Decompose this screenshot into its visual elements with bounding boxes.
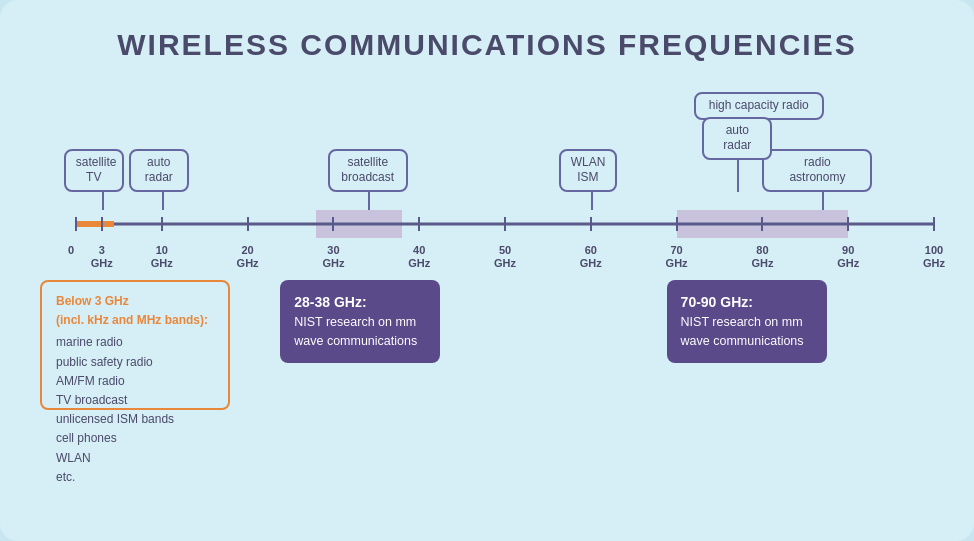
connector-satellite-tv [102, 192, 104, 210]
tick-80 [761, 217, 763, 231]
label-70ghz: 70GHz [666, 244, 688, 270]
tick-0 [75, 217, 77, 231]
bubble-satellite-broadcast: satellitebroadcast [328, 149, 408, 192]
info-box-below3ghz: Below 3 GHz(incl. kHz and MHz bands): ma… [40, 280, 230, 410]
band28-title: 28-38 GHz: [294, 292, 426, 313]
band70-title: 70-90 GHz: [681, 292, 813, 313]
tick-3 [101, 217, 103, 231]
connector-wlan-ism [591, 192, 593, 210]
axis-row [40, 210, 934, 238]
ghz-labels-row: 0 3GHz 10GHz 20GHz 30GHz 40GHz 50GHz 60G… [40, 240, 934, 274]
chart-area: satelliteTV autoradar satellitebroadcast… [40, 90, 934, 410]
label-3ghz: 3GHz [91, 244, 113, 270]
band70-desc: NIST research on mm wave communications [681, 313, 813, 351]
info-box-28-38ghz: 28-38 GHz: NIST research on mm wave comm… [280, 280, 440, 363]
bubble-radio-astronomy: radio astronomy [762, 149, 872, 192]
connector-radio-astronomy [822, 192, 824, 210]
tick-20 [247, 217, 249, 231]
connector-auto-radar-10 [162, 192, 164, 210]
page-title: WIRELESS COMMUNICATIONS FREQUENCIES [40, 28, 934, 62]
bubble-satellite-tv: satelliteTV [64, 149, 124, 192]
label-50ghz: 50GHz [494, 244, 516, 270]
connector-satellite-broadcast [368, 192, 370, 210]
label-40ghz: 40GHz [408, 244, 430, 270]
tick-70 [676, 217, 678, 231]
label-100ghz: 100GHz [923, 244, 945, 270]
bubble-auto-radar-80: auto radar [702, 117, 772, 160]
label-60ghz: 60GHz [580, 244, 602, 270]
info-box-70-90ghz: 70-90 GHz: NIST research on mm wave comm… [667, 280, 827, 363]
label-80ghz: 80GHz [751, 244, 773, 270]
below3-items: marine radio public safety radio AM/FM r… [56, 333, 214, 487]
info-boxes-row: Below 3 GHz(incl. kHz and MHz bands): ma… [40, 280, 934, 410]
infographic-card: WIRELESS COMMUNICATIONS FREQUENCIES sate… [0, 0, 974, 541]
bubble-high-capacity-radio: high capacity radio [694, 92, 824, 120]
tick-40 [418, 217, 420, 231]
band28-desc: NIST research on mm wave communications [294, 313, 426, 351]
tick-60 [590, 217, 592, 231]
label-0: 0 [68, 244, 74, 257]
label-10ghz: 10GHz [151, 244, 173, 270]
label-30ghz: 30GHz [322, 244, 344, 270]
connector-auto-radar-80 [737, 160, 739, 192]
label-90ghz: 90GHz [837, 244, 859, 270]
axis-highlight-orange [76, 221, 114, 227]
tick-100 [933, 217, 935, 231]
below3-title: Below 3 GHz(incl. kHz and MHz bands): [56, 292, 214, 330]
labels-above: satelliteTV autoradar satellitebroadcast… [40, 90, 934, 210]
tick-30 [332, 217, 334, 231]
label-20ghz: 20GHz [237, 244, 259, 270]
tick-50 [504, 217, 506, 231]
tick-90 [847, 217, 849, 231]
bubble-wlan-ism: WLANISM [559, 149, 617, 192]
bubble-auto-radar-10: autoradar [129, 149, 189, 192]
tick-10 [161, 217, 163, 231]
